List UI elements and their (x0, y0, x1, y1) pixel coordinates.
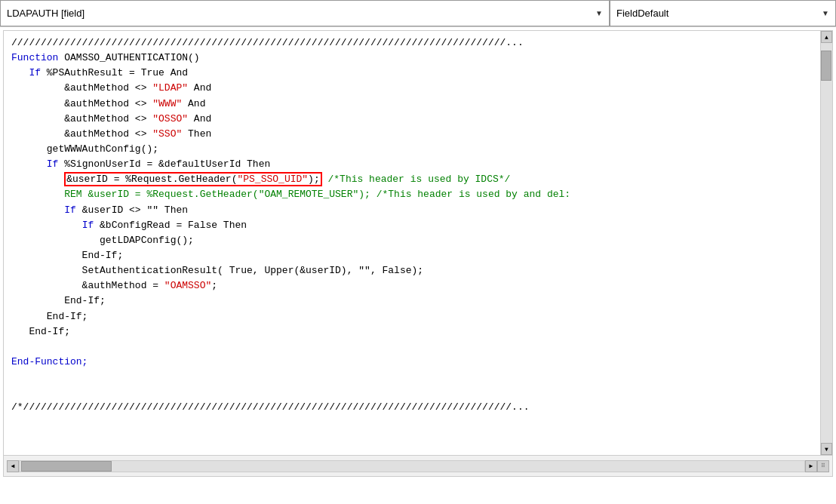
toolbar: LDAPAUTH [field] ▼ FieldDefault ▼ (0, 0, 836, 27)
right-chevron-icon[interactable]: ▼ (822, 9, 829, 17)
right-dropdown[interactable]: FieldDefault ▼ (610, 0, 836, 26)
left-chevron-icon[interactable]: ▼ (595, 9, 603, 17)
scroll-down-button[interactable]: ▼ (821, 443, 832, 455)
bottom-bar: ◀ ▶ ⠿ (4, 455, 832, 476)
horizontal-scrollbar[interactable] (19, 460, 805, 472)
code-area: ////////////////////////////////////////… (4, 31, 832, 455)
scroll-thumb-h[interactable] (21, 461, 112, 472)
right-dropdown-label: FieldDefault (616, 8, 668, 19)
left-dropdown[interactable]: LDAPAUTH [field] ▼ (0, 0, 610, 26)
left-dropdown-label: LDAPAUTH [field] (7, 8, 85, 19)
main-container: LDAPAUTH [field] ▼ FieldDefault ▼ //////… (0, 0, 836, 504)
scroll-thumb-v[interactable] (821, 51, 831, 81)
vertical-scrollbar[interactable]: ▲ ▼ (820, 31, 832, 455)
code-content[interactable]: ////////////////////////////////////////… (4, 31, 820, 455)
scroll-up-button[interactable]: ▲ (821, 31, 832, 43)
scroll-right-button[interactable]: ▶ (805, 460, 817, 472)
code-container: ////////////////////////////////////////… (3, 30, 833, 477)
scroll-left-button[interactable]: ◀ (7, 460, 19, 472)
resize-corner: ⠿ (817, 460, 829, 472)
